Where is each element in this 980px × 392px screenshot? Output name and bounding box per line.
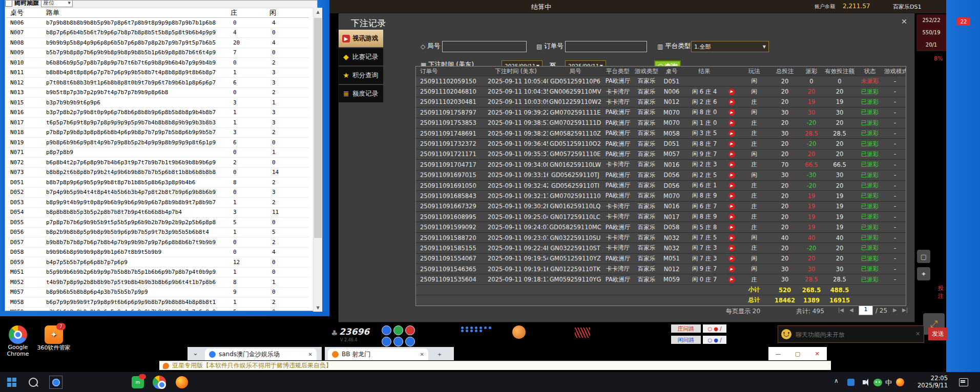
table-row[interactable]: N019 p9b8p6b9b6p9p8t4p9b7p9p8b5p2b4p9p9p…	[6, 138, 309, 148]
table-row[interactable]: N013 b9b5t8p7p3b7p2p9b7t4p7b7p7b9b9p8p6b…	[6, 88, 309, 98]
table-row[interactable]: N016 b3p7p8b2p7p9b8t0p9p6p7b8b6p8b8b9p6p…	[6, 108, 309, 118]
maximize-button[interactable]: ▢	[788, 347, 807, 360]
cell-replay[interactable]: ▶	[725, 161, 738, 168]
table-row[interactable]: N010 b6b8b6b9p5p7p8b7p8p9p7b7t6b7t6p9b8p…	[6, 58, 309, 68]
replay-play-icon[interactable]: ▶	[728, 234, 735, 241]
wheel-icon[interactable]	[512, 325, 526, 339]
bet-row[interactable]: 250911091667329 2025-09-11 09:30:28 GN01…	[416, 202, 906, 212]
sidebar-tab[interactable]: ◆ 比赛记录	[339, 48, 383, 66]
cell-replay[interactable]: ▶	[725, 151, 738, 158]
checkbox[interactable]	[5, 1, 12, 7]
table-row[interactable]: M057 b8p9b6b5b8b8p6p4p3b7b5b5b7p9p9 9 0	[6, 288, 309, 298]
cell-replay[interactable]: ▶	[725, 234, 738, 241]
firefox-taskbar-icon[interactable]	[175, 376, 189, 389]
bet-row[interactable]: 250911102059150 2025-09-11 10:05:40 GD05…	[416, 76, 906, 86]
tray-app-icon[interactable]	[844, 376, 858, 389]
table-row[interactable]: N018 p7b8p7p9b8p3p8p8p6b8b4p6p9b8p7b7p9p…	[6, 128, 309, 138]
chip-icon[interactable]	[382, 325, 391, 335]
bet-row[interactable]: 250911091608995 2025-09-11 09:25:04 GN01…	[416, 212, 906, 222]
taskbar-clock[interactable]: 22:05 2025/9/11	[908, 375, 948, 389]
browser-tab[interactable]: sands澳门金沙娱乐场 ✕	[205, 349, 317, 360]
table-row[interactable]: N006 b7p9b8b8b8b9b8b5p9b7p8p6t7p8b9t8p9p…	[6, 18, 309, 28]
replay-play-icon[interactable]: ▶	[728, 99, 735, 105]
cell-replay[interactable]: ▶	[725, 203, 738, 210]
close-window-button[interactable]: ✕	[807, 347, 827, 360]
prev-page-icon[interactable]: ◀	[849, 307, 853, 313]
chat-input[interactable]: 聊天功能尚未开放 ✕	[778, 325, 924, 343]
cell-replay[interactable]: ▶	[725, 99, 738, 105]
bet-row[interactable]: 250911091732372 2025-09-11 09:36:45 GD05…	[416, 139, 906, 149]
bet-row[interactable]: 250911091753853 2025-09-11 09:38:57 GM07…	[416, 118, 906, 128]
cell-replay[interactable]: ▶	[725, 276, 738, 283]
table-row[interactable]: N012 p7t0b8t6b8b3b9t1p6b8b8p8t0b9t7b9p6t…	[6, 78, 309, 88]
table-row[interactable]: N008 b9b9b9p5b8p4p9p6p8p6b5b7p6p8b7p8p2b…	[6, 38, 309, 48]
table-row[interactable]: M052 t4b9b7p8p9p2b8b8b9b7p5t9b8b4b9b3b8b…	[6, 277, 309, 288]
table-row[interactable]: D058 b9b9b6b8p9b9b9p8p9b1p6b7t8b9t5b9b9 …	[6, 248, 309, 258]
cell-replay[interactable]: ▶	[725, 266, 738, 272]
cell-replay[interactable]: ▶	[725, 224, 738, 231]
settings-icon[interactable]: ✦	[917, 267, 930, 280]
round-input[interactable]	[442, 41, 527, 52]
table-row[interactable]: N009 b5b7p9b8p8p7b6p9b9b8p9b8p9b8b5b1p6b…	[6, 48, 309, 58]
table-row[interactable]: D056 b8p2b9b8b8p5p9b8p9b5b9p6p9b7b5p9t7b…	[6, 228, 309, 238]
replay-play-icon[interactable]: ▶	[728, 276, 735, 283]
bet-row[interactable]: 250911091546365 2025-09-11 09:19:16 GN01…	[416, 264, 906, 274]
bet-row[interactable]: 250911091758797 2025-09-11 09:39:22 GM07…	[416, 107, 906, 118]
replay-play-icon[interactable]: ▶	[728, 120, 735, 126]
scroll-down-icon[interactable]: ▼	[314, 303, 322, 312]
desktop-icon-360[interactable]: ✦ 7 360软件管家	[36, 325, 72, 352]
chip-icon[interactable]	[393, 337, 403, 346]
sidebar-tab[interactable]: ≣ 额度记录	[339, 85, 383, 102]
volume-icon[interactable]	[858, 376, 871, 389]
firefox-tray-icon[interactable]	[893, 376, 907, 389]
ask-player-button[interactable]: 闲问路	[671, 336, 701, 344]
bet-row[interactable]: 250911091535604 2025-09-11 09:18:17 GM05…	[416, 274, 906, 285]
sidebar-tab[interactable]: ★ 积分查询	[339, 67, 383, 84]
cell-replay[interactable]: ▶	[725, 130, 738, 137]
bet-row[interactable]: 250911091685843 2025-09-11 09:32:11 GM07…	[416, 191, 906, 201]
tab-close-icon[interactable]: ✕	[308, 352, 312, 357]
bet-row[interactable]: 250911102030481 2025-09-11 10:03:09 GN01…	[416, 97, 906, 107]
first-page-icon[interactable]: |◀	[838, 307, 844, 313]
cell-replay[interactable]: ▶	[725, 192, 738, 199]
table-row[interactable]: M058 b6p7p9p9b9b9t7p9p8p9t6b6p6p9p9b8b7p…	[6, 297, 309, 308]
ask-banker-button[interactable]: 庄问路	[671, 324, 701, 333]
table-row[interactable]: N015 b3p7b9b9b9t6p9p6 3 1	[6, 98, 309, 108]
bet-row[interactable]: 250911091588720 2025-09-11 09:23:07 GN03…	[416, 233, 906, 243]
bet-row[interactable]: 250911102046810 2025-09-11 10:04:35 GN00…	[416, 86, 906, 97]
browser-pinned-icon[interactable]	[49, 376, 62, 389]
table-row[interactable]: N072 b6p8b4t2p7p6p8p9b7b4b6p3t9p7t7b9b7b…	[6, 158, 309, 168]
minimize-button[interactable]: —	[768, 347, 788, 360]
cell-replay[interactable]: ▶	[725, 172, 738, 179]
action-center-icon[interactable]	[957, 376, 970, 389]
tab-search-chevron-icon[interactable]: ⌄	[193, 349, 198, 357]
cell-replay[interactable]: ▶	[725, 120, 738, 126]
bet-row[interactable]: 250911091748691 2025-09-11 09:38:23 GM05…	[416, 128, 906, 139]
table-row[interactable]: N007 b8p7p6p6b4b5b6t7b9p6p7b8p7b8p8b5t5b…	[6, 28, 309, 38]
scrollbar-thumb[interactable]	[314, 18, 322, 238]
table-row[interactable]: M059 p2b6b6t8p8b9p9b9p6p5p9p4p6p9p9b7b8b…	[6, 308, 309, 311]
wechat-tray-icon[interactable]	[871, 376, 884, 389]
scroll-up-icon[interactable]: ▲	[314, 8, 322, 16]
replay-play-icon[interactable]: ▶	[728, 89, 735, 95]
scrollbar[interactable]: ▲ ▼	[313, 8, 322, 312]
page-input[interactable]: 1	[859, 306, 873, 315]
table-row[interactable]: N011 b8b8b4p8t8p8p6p7p7b7p6p9p9b5b8b7t4p…	[6, 68, 309, 78]
camera-icon[interactable]: ▢	[917, 250, 930, 263]
table-row[interactable]: D055 p7p8p7b7b6p9b9b5b9t5p5b5p9p6b9b2b7b…	[6, 217, 309, 228]
table-row[interactable]: D051 b8b7p8p9p6p9b5p9p9b8t8p7b1b8b5p8b6p…	[6, 178, 309, 188]
table-row[interactable]: N071 p8p7p8b9 0 1	[6, 148, 309, 158]
table-row[interactable]: N073 b8b8p2t6b8p8b7p9b2t4p9b6b9b8b7b7b5p…	[6, 168, 309, 178]
platform-select[interactable]: 1.全部 ▼	[691, 41, 769, 52]
bet-row[interactable]: 250911091697015 2025-09-11 09:33:16 GD05…	[416, 170, 906, 181]
cell-replay[interactable]: ▶	[725, 109, 738, 116]
chip-icon[interactable]	[393, 325, 403, 335]
cell-replay[interactable]: ▶	[725, 89, 738, 95]
cell-replay[interactable]: ▶	[725, 182, 738, 189]
replay-play-icon[interactable]: ▶	[728, 203, 735, 210]
table-row[interactable]: M051 b5p9b9b6b9b2p6b9p9p7b5b8b7b5p1b6b6p…	[6, 268, 309, 278]
close-icon[interactable]: ✕	[901, 17, 907, 26]
ime-indicator[interactable]: 中	[885, 378, 892, 387]
send-button[interactable]: 发送	[928, 328, 948, 340]
bet-row[interactable]: 250911091554067 2025-09-11 09:19:54 GM05…	[416, 254, 906, 264]
